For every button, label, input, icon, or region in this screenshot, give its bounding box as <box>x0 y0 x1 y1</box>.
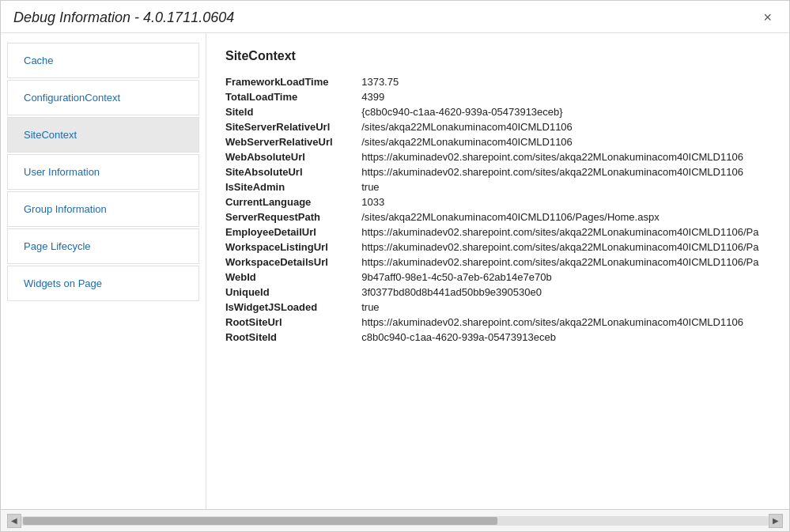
section-title: SiteContext <box>225 49 770 63</box>
table-row: SiteId{c8b0c940-c1aa-4620-939a-05473913e… <box>225 104 770 119</box>
row-key: SiteServerRelativeUrl <box>225 119 361 134</box>
row-key: CurrentLanguage <box>225 194 361 209</box>
row-key: SiteAbsoluteUrl <box>225 164 361 179</box>
row-key: WebId <box>225 270 361 285</box>
row-value: https://akuminadev02.sharepoint.com/site… <box>361 255 770 270</box>
scroll-right-arrow[interactable]: ▶ <box>769 514 783 528</box>
row-key: WebAbsoluteUrl <box>225 149 361 164</box>
row-key: WorkspaceDetailsUrl <box>225 255 361 270</box>
row-value: 3f0377bd80d8b441ad50bb9e390530e0 <box>361 285 770 300</box>
close-button[interactable]: × <box>758 9 777 26</box>
sidebar-item-page-lifecycle[interactable]: Page Lifecycle <box>7 228 199 264</box>
row-value: /sites/akqa22MLonakuminacom40ICMLD1106 <box>361 119 770 134</box>
table-row: WebServerRelativeUrl/sites/akqa22MLonaku… <box>225 134 770 149</box>
row-value: https://akuminadev02.sharepoint.com/site… <box>361 240 770 255</box>
row-key: RootSiteUrl <box>225 315 361 330</box>
table-row: IsWidgetJSLoadedtrue <box>225 300 770 315</box>
table-row: WebAbsoluteUrlhttps://akuminadev02.share… <box>225 149 770 164</box>
scrollbar-thumb <box>23 517 497 525</box>
row-value: {c8b0c940-c1aa-4620-939a-05473913eceb} <box>361 104 770 119</box>
sidebar-item-widgets-on-page[interactable]: Widgets on Page <box>7 266 199 301</box>
row-value: true <box>361 300 770 315</box>
row-key: WorkspaceListingUrl <box>225 240 361 255</box>
row-key: UniqueId <box>225 285 361 300</box>
row-key: RootSiteId <box>225 330 361 345</box>
table-row: WorkspaceDetailsUrlhttps://akuminadev02.… <box>225 255 770 270</box>
sidebar-item-configuration-context[interactable]: ConfigurationContext <box>7 80 199 115</box>
row-value: c8b0c940-c1aa-4620-939a-05473913eceb <box>361 330 770 345</box>
row-key: IsSiteAdmin <box>225 179 361 194</box>
row-value: https://akuminadev02.sharepoint.com/site… <box>361 149 770 164</box>
row-value: 1373.75 <box>361 74 770 89</box>
info-table: FrameworkLoadTime1373.75TotalLoadTime439… <box>225 74 770 345</box>
dialog-header: Debug Information - 4.0.1711.0604 × <box>1 1 789 33</box>
dialog-body: CacheConfigurationContextSiteContextUser… <box>1 33 789 509</box>
table-row: UniqueId3f0377bd80d8b441ad50bb9e390530e0 <box>225 285 770 300</box>
row-value: https://akuminadev02.sharepoint.com/site… <box>361 315 770 330</box>
row-key: WebServerRelativeUrl <box>225 134 361 149</box>
row-value: /sites/akqa22MLonakuminacom40ICMLD1106 <box>361 134 770 149</box>
table-row: SiteAbsoluteUrlhttps://akuminadev02.shar… <box>225 164 770 179</box>
table-row: FrameworkLoadTime1373.75 <box>225 74 770 89</box>
row-key: SiteId <box>225 104 361 119</box>
row-value: 1033 <box>361 194 770 209</box>
scroll-left-arrow[interactable]: ◀ <box>7 514 21 528</box>
main-content: SiteContext FrameworkLoadTime1373.75Tota… <box>206 33 789 509</box>
table-row: WorkspaceListingUrlhttps://akuminadev02.… <box>225 240 770 255</box>
row-key: TotalLoadTime <box>225 89 361 104</box>
sidebar-item-user-information[interactable]: User Information <box>7 154 199 190</box>
scrollbar-track[interactable] <box>21 516 769 526</box>
table-row: IsSiteAdmintrue <box>225 179 770 194</box>
row-value: 9b47aff0-98e1-4c50-a7eb-62ab14e7e70b <box>361 270 770 285</box>
row-value: https://akuminadev02.sharepoint.com/site… <box>361 164 770 179</box>
row-key: IsWidgetJSLoaded <box>225 300 361 315</box>
sidebar-item-cache[interactable]: Cache <box>7 43 199 78</box>
row-value: /sites/akqa22MLonakuminacom40ICMLD1106/P… <box>361 209 770 224</box>
row-key: EmployeeDetailUrl <box>225 224 361 240</box>
table-row: WebId9b47aff0-98e1-4c50-a7eb-62ab14e7e70… <box>225 270 770 285</box>
row-key: ServerRequestPath <box>225 209 361 224</box>
row-key: FrameworkLoadTime <box>225 74 361 89</box>
table-row: ServerRequestPath/sites/akqa22MLonakumin… <box>225 209 770 224</box>
row-value: 4399 <box>361 89 770 104</box>
dialog-title: Debug Information - 4.0.1711.0604 <box>13 9 234 26</box>
row-value: true <box>361 179 770 194</box>
row-value: https://akuminadev02.sharepoint.com/site… <box>361 224 770 240</box>
table-row: CurrentLanguage1033 <box>225 194 770 209</box>
table-row: RootSiteUrlhttps://akuminadev02.sharepoi… <box>225 315 770 330</box>
sidebar: CacheConfigurationContextSiteContextUser… <box>1 33 206 509</box>
dialog-footer: ◀ ▶ <box>1 509 789 531</box>
sidebar-item-site-context[interactable]: SiteContext <box>7 117 199 153</box>
table-row: TotalLoadTime4399 <box>225 89 770 104</box>
sidebar-item-group-information[interactable]: Group Information <box>7 191 199 227</box>
table-row: SiteServerRelativeUrl/sites/akqa22MLonak… <box>225 119 770 134</box>
debug-dialog: Debug Information - 4.0.1711.0604 × Cach… <box>0 0 790 532</box>
table-row: EmployeeDetailUrlhttps://akuminadev02.sh… <box>225 224 770 240</box>
table-row: RootSiteIdc8b0c940-c1aa-4620-939a-054739… <box>225 330 770 345</box>
